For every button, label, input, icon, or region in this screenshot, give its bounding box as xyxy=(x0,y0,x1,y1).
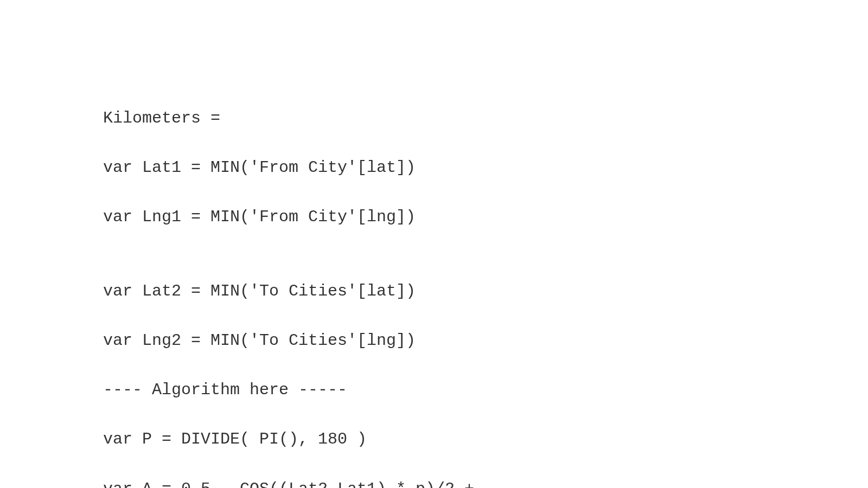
code-line: var P = DIVIDE( PI(), 180 ) xyxy=(103,427,868,452)
code-block: Kilometers = var Lat1 = MIN('From City'[… xyxy=(103,81,868,488)
code-line: ---- Algorithm here ----- xyxy=(103,378,868,403)
code-line: var Lng1 = MIN('From City'[lng]) xyxy=(103,205,868,230)
code-line: var Lat2 = MIN('To Cities'[lat]) xyxy=(103,279,868,304)
code-line: var Lng2 = MIN('To Cities'[lng]) xyxy=(103,329,868,354)
code-line: var A = 0.5 - COS((Lat2-Lat1) * p)/2 + xyxy=(103,477,868,489)
code-line: Kilometers = xyxy=(103,106,868,131)
code-line: var Lat1 = MIN('From City'[lat]) xyxy=(103,156,868,181)
